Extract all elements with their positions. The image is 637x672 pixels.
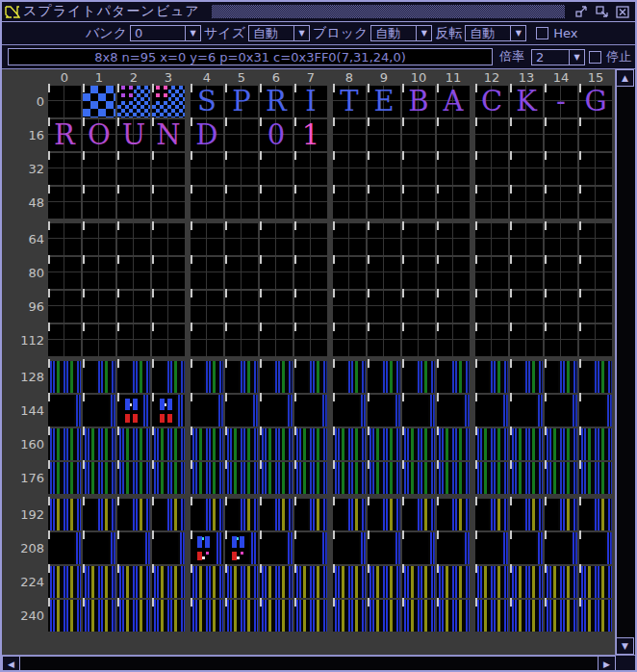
sprite-tile[interactable]: 0 (260, 119, 293, 151)
sprite-tile[interactable] (260, 153, 293, 185)
sprite-tile[interactable] (579, 153, 612, 185)
sprite-tile[interactable] (402, 119, 435, 151)
sprite-tile[interactable] (225, 119, 258, 151)
sprite-tile[interactable] (368, 291, 400, 323)
sprite-tile[interactable] (117, 566, 150, 598)
sprite-tile[interactable] (579, 223, 612, 255)
minimize-icon[interactable] (574, 5, 589, 18)
sprite-tile[interactable] (475, 119, 508, 151)
sprite-tile[interactable] (545, 257, 577, 289)
sprite-tile[interactable]: 1 (294, 119, 327, 151)
sprite-tile[interactable] (191, 324, 223, 356)
sprite-tile[interactable] (260, 361, 293, 393)
sprite-tile[interactable] (117, 257, 150, 289)
sprite-tile[interactable] (475, 532, 508, 564)
sprite-tile[interactable] (117, 395, 150, 426)
sprite-tile[interactable] (48, 600, 81, 632)
sprite-tile[interactable] (152, 153, 185, 185)
sprite-tile[interactable] (402, 223, 435, 255)
sprite-tile[interactable] (117, 428, 150, 460)
sprite-tile[interactable] (402, 600, 435, 632)
sprite-tile[interactable] (579, 257, 612, 289)
sprite-tile[interactable]: O (83, 119, 115, 151)
sprite-tile[interactable] (225, 324, 258, 356)
sprite-tile[interactable] (437, 324, 470, 356)
sprite-tile[interactable] (83, 462, 115, 494)
sprite-tile[interactable] (225, 395, 258, 426)
sprite-tile[interactable] (475, 600, 508, 632)
sprite-tile[interactable] (294, 462, 327, 494)
sprite-tile[interactable] (510, 291, 543, 323)
sprite-tile[interactable] (437, 257, 470, 289)
sprite-tile[interactable] (225, 361, 258, 393)
sprite-tile[interactable] (545, 361, 577, 393)
sprite-tile[interactable] (368, 462, 400, 494)
sprite-tile[interactable] (260, 187, 293, 219)
sprite-tile[interactable] (260, 499, 293, 530)
sprite-tile[interactable] (48, 257, 81, 289)
sprite-tile[interactable] (83, 499, 115, 530)
sprite-tile[interactable] (545, 600, 577, 632)
sprite-tile[interactable] (117, 499, 150, 530)
sprite-tile[interactable] (191, 395, 223, 426)
sprite-tile[interactable] (510, 324, 543, 356)
sprite-tile[interactable] (83, 291, 115, 323)
sprite-tile[interactable] (333, 291, 366, 323)
sprite-tile[interactable] (579, 324, 612, 356)
flip-select[interactable]: 自動 ▼ (465, 25, 526, 41)
sprite-tile[interactable] (475, 223, 508, 255)
sprite-tile[interactable] (437, 462, 470, 494)
sprite-tile[interactable] (48, 291, 81, 323)
sprite-tile[interactable] (117, 187, 150, 219)
sprite-tile[interactable] (225, 187, 258, 219)
close-icon[interactable] (615, 5, 629, 18)
sprite-tile[interactable] (48, 532, 81, 564)
sprite-tile[interactable] (191, 428, 223, 460)
sprite-tile[interactable] (402, 462, 435, 494)
sprite-tile[interactable] (368, 428, 400, 460)
sprite-tile[interactable] (117, 86, 150, 117)
sprite-tile[interactable] (333, 223, 366, 255)
sprite-tile[interactable] (260, 532, 293, 564)
sprite-tile[interactable] (152, 532, 185, 564)
sprite-tile[interactable] (579, 395, 612, 426)
sprite-tile[interactable] (402, 532, 435, 564)
sprite-tile[interactable] (475, 361, 508, 393)
sprite-tile[interactable] (333, 499, 366, 530)
sprite-tile[interactable] (510, 499, 543, 530)
sprite-tile[interactable] (83, 532, 115, 564)
sprite-tile[interactable] (48, 428, 81, 460)
sprite-tile[interactable] (368, 499, 400, 530)
sprite-tile[interactable]: B (402, 86, 435, 117)
sprite-tile[interactable] (48, 223, 81, 255)
sprite-tile[interactable] (437, 153, 470, 185)
sprite-tile[interactable] (402, 187, 435, 219)
block-select[interactable]: 自動 ▼ (370, 25, 432, 41)
size-select[interactable]: 自動 ▼ (248, 25, 310, 41)
sprite-tile[interactable] (117, 223, 150, 255)
chevron-down-icon[interactable]: ▼ (293, 26, 309, 40)
sprite-tile[interactable] (48, 187, 81, 219)
vertical-scroll-track[interactable] (616, 87, 635, 637)
sprite-tile[interactable] (579, 566, 612, 598)
sprite-tile[interactable] (402, 324, 435, 356)
sprite-tile[interactable] (402, 291, 435, 323)
sprite-tile[interactable] (152, 86, 185, 117)
sprite-tile[interactable] (83, 153, 115, 185)
sprite-tile[interactable] (152, 499, 185, 530)
sprite-tile[interactable] (294, 257, 327, 289)
sprite-tile[interactable] (510, 119, 543, 151)
sprite-tile[interactable] (475, 428, 508, 460)
scroll-right-icon[interactable]: ▶ (598, 656, 616, 672)
sprite-tile[interactable]: R (48, 119, 81, 151)
sprite-tile[interactable]: A (437, 86, 470, 117)
sprite-tile[interactable] (545, 462, 577, 494)
sprite-tile[interactable] (545, 153, 577, 185)
sprite-tile[interactable]: - (545, 86, 577, 117)
sprite-tile[interactable] (333, 361, 366, 393)
sprite-tile[interactable]: D (191, 119, 223, 151)
sprite-tile[interactable] (48, 86, 81, 117)
sprite-tile[interactable] (545, 566, 577, 598)
sprite-tile[interactable] (333, 187, 366, 219)
sprite-tile[interactable] (117, 153, 150, 185)
